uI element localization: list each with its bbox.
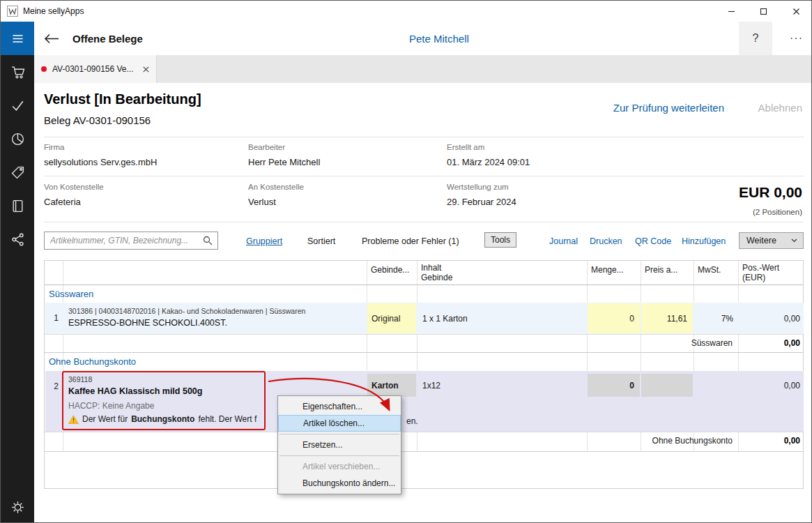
tab-close-button[interactable] [143, 66, 149, 73]
field-value-bearbeiter: Herr Pete Mitchell [248, 157, 320, 167]
print-link[interactable]: Drucken [590, 236, 622, 246]
field-value-firma: sellysolutions Serv.ges.mbH [44, 157, 157, 167]
close-button[interactable] [780, 1, 812, 22]
tools-button[interactable]: Tools [484, 232, 516, 248]
page-title: Offene Belege [72, 33, 143, 45]
sidebar-item-share[interactable] [1, 222, 34, 256]
minimize-button[interactable] [715, 1, 747, 22]
divider [44, 137, 804, 137]
search-icon [203, 236, 213, 245]
sidebar-item-tasks[interactable] [1, 89, 34, 122]
group-footer-label: Ohne Buchungskonto [593, 436, 733, 446]
row-number: 1 [45, 313, 59, 323]
sidebar-item-settings[interactable] [1, 490, 34, 523]
col-header-mwst[interactable]: MwSt. [698, 265, 721, 275]
hamburger-icon [10, 31, 25, 46]
menu-item-artikel-verschieben: Artikel verschieben... [278, 458, 401, 475]
positions-table: Gebinde... Inhalt Gebinde Menge... Preis… [44, 260, 804, 489]
close-icon [143, 66, 149, 73]
warning-text-post: fehlt. Der Wert f [198, 414, 256, 424]
group-header-ohne-buchungskonto: Ohne Buchungskonto [49, 356, 136, 367]
menu-item-label: Artikel verschieben... [302, 462, 380, 471]
group-footer-value: 0,00 [742, 338, 800, 348]
forward-for-review-link[interactable]: Zur Prüfung weiterleiten [613, 102, 724, 114]
row-number: 2 [45, 381, 59, 391]
app-window: Meine sellyApps [0, 0, 812, 523]
journal-link[interactable]: Journal [549, 236, 578, 246]
header-divider [45, 285, 803, 285]
close-icon [792, 8, 800, 15]
sidebar-item-prices[interactable] [1, 156, 34, 189]
help-button[interactable]: ? [739, 22, 772, 55]
back-button[interactable] [41, 30, 62, 47]
sidebar-item-cart[interactable] [1, 55, 34, 89]
group-divider [45, 451, 803, 452]
col-header-gebinde[interactable]: Gebinde... [371, 265, 409, 275]
group-divider [45, 352, 803, 353]
sidebar-item-menu[interactable] [1, 22, 34, 55]
gebinde-cell[interactable]: Original [367, 303, 416, 333]
menu-item-label: Buchungskonto ändern... [302, 478, 395, 488]
search-input[interactable] [44, 232, 218, 250]
haccp-note: HACCP: Keine Angabe [68, 401, 154, 411]
pie-chart-icon [10, 132, 25, 146]
warning-text-bold: Buchungskonto [131, 414, 194, 424]
col-header-inhalt-1[interactable]: Inhalt [421, 263, 441, 273]
document-total: EUR 0,00 [739, 184, 802, 201]
sidebar-item-reports[interactable] [1, 122, 34, 156]
tab-beleg[interactable]: AV-0301-090156 Ve... [34, 55, 157, 83]
ellipsis-icon: ··· [790, 32, 803, 45]
wert-value: 0,00 [742, 314, 800, 324]
tag-icon [10, 165, 25, 180]
col-header-preis[interactable]: Preis a... [645, 265, 677, 275]
user-link[interactable]: Pete Mitchell [409, 33, 469, 45]
menu-item-ersetzen[interactable]: Ersetzen... [278, 437, 401, 453]
maximize-button[interactable] [747, 1, 779, 22]
group-footer-label: Süsswaren [593, 338, 733, 348]
preis-cell[interactable] [641, 374, 693, 397]
menu-item-label: Eigenschaften... [302, 402, 362, 411]
sidebar-item-journal[interactable] [1, 189, 34, 222]
gebinde-cell[interactable]: Karton [367, 374, 416, 397]
window-title: Meine sellyApps [23, 6, 84, 16]
warning-text-pre: Der Wert für [82, 414, 128, 424]
menge-value: 0 [629, 381, 634, 391]
add-link[interactable]: Hinzufügen [682, 236, 726, 246]
article-name: ESPRESSO-BOHNE SCHOKOLI.400ST. [68, 318, 227, 328]
menge-cell[interactable]: 0 [588, 303, 640, 333]
menge-value: 0 [629, 314, 634, 324]
gear-icon [10, 500, 25, 515]
col-header-wert-1[interactable]: Pos.-Wert [742, 263, 779, 273]
col-header-wert-2[interactable]: (EUR) [742, 273, 765, 282]
share-icon [10, 232, 25, 247]
col-header-menge[interactable]: Menge... [591, 265, 624, 275]
field-value-wertstellung: 29. Februar 2024 [447, 197, 516, 207]
inhalt-value: 1x12 [422, 381, 441, 391]
field-label-erstellt-am: Erstellt am [447, 143, 484, 151]
problems-filter[interactable]: Probleme oder Fehler (1) [362, 236, 459, 246]
qr-code-link[interactable]: QR Code [635, 236, 671, 246]
menge-cell[interactable]: 0 [588, 374, 640, 397]
warning-message: Der Wert für Buchungskonto fehlt. Der We… [68, 414, 256, 424]
weitere-dropdown[interactable]: Weitere [739, 232, 804, 249]
menu-item-eigenschaften[interactable]: Eigenschaften... [278, 398, 401, 415]
inhalt-value: 1 x 1 Karton [422, 314, 468, 324]
row-divider [45, 432, 803, 432]
appbar-more-button[interactable]: ··· [780, 22, 812, 55]
menu-item-buchungskonto-aendern[interactable]: Buchungskonto ändern... [278, 475, 401, 492]
menu-item-artikel-loeschen[interactable]: Artikel löschen... [278, 415, 401, 432]
field-label-von-kostenstelle: Von Kostenstelle [44, 183, 104, 191]
field-value-erstellt-am: 01. März 2024 09:01 [447, 157, 530, 167]
grouped-toggle[interactable]: Gruppiert [246, 236, 282, 246]
preis-cell[interactable]: 11,61 [641, 303, 693, 333]
document-title: Verlust [In Bearbeitung] [44, 91, 201, 107]
sorted-toggle[interactable]: Sortiert [307, 236, 335, 246]
back-arrow-icon [44, 33, 59, 44]
unsaved-dot-icon [41, 66, 47, 72]
weitere-label: Weitere [746, 236, 776, 245]
preis-value: 11,61 [667, 314, 687, 324]
warning-text-tail: en. [406, 416, 418, 426]
article-meta: 369118 [68, 375, 92, 384]
col-header-inhalt-2[interactable]: Gebinde [421, 273, 452, 282]
article-meta: 301386 | 04003148702016 | Kakao- und Sch… [68, 307, 305, 315]
